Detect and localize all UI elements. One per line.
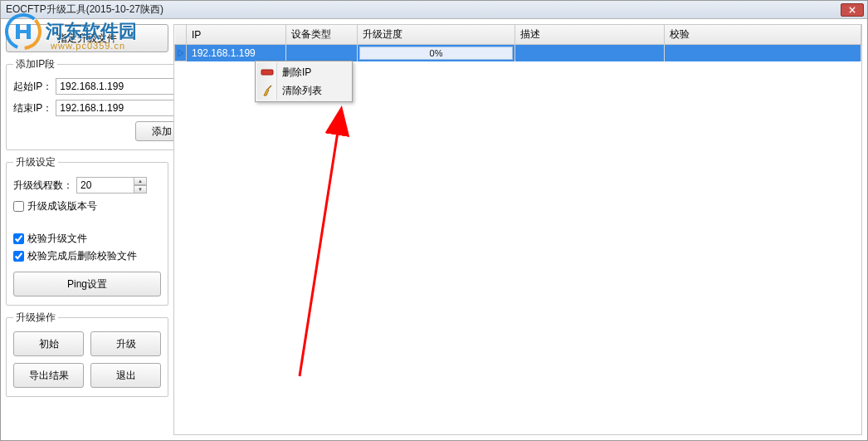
version-checkbox-label: 升级成该版本号 bbox=[27, 199, 97, 213]
add-ip-segment-legend: 添加IP段 bbox=[13, 57, 57, 71]
ip-grid[interactable]: IP 设备类型 升级进度 描述 校验 192.168.1.199 bbox=[174, 25, 861, 61]
init-button[interactable]: 初始 bbox=[13, 331, 84, 356]
col-desc[interactable]: 描述 bbox=[515, 25, 665, 45]
cell-desc[interactable] bbox=[515, 45, 665, 61]
col-progress[interactable]: 升级进度 bbox=[358, 25, 515, 45]
svg-rect-0 bbox=[261, 70, 273, 75]
window-title: EOCFTP升级工具(2015-10-27陕西) bbox=[4, 2, 163, 17]
grid-corner bbox=[175, 25, 187, 45]
upgrade-settings-group: 升级设定 升级线程数： ▲ ▼ 升级成该版本号 bbox=[6, 155, 168, 306]
app-window: EOCFTP升级工具(2015-10-27陕西) 指定升级文件 添加IP段 起始… bbox=[0, 0, 868, 441]
titlebar[interactable]: EOCFTP升级工具(2015-10-27陕西) bbox=[1, 1, 867, 19]
cell-type[interactable] bbox=[286, 45, 358, 61]
cell-progress[interactable]: 0% bbox=[358, 45, 515, 61]
col-verify[interactable]: 校验 bbox=[665, 25, 861, 45]
threads-input[interactable] bbox=[76, 177, 134, 194]
version-checkbox[interactable] bbox=[13, 201, 24, 212]
upgrade-settings-legend: 升级设定 bbox=[13, 155, 58, 169]
broom-icon bbox=[261, 84, 274, 97]
upgrade-ops-legend: 升级操作 bbox=[13, 311, 58, 325]
end-ip-label: 结束IP： bbox=[13, 101, 52, 115]
delete-icon bbox=[261, 66, 274, 79]
threads-label: 升级线程数： bbox=[13, 179, 73, 193]
delete-verify-checkbox-label: 校验完成后删除校验文件 bbox=[27, 249, 137, 263]
threads-spinner[interactable]: ▲ ▼ bbox=[76, 176, 147, 194]
close-button[interactable] bbox=[841, 3, 864, 17]
menu-delete-ip-label: 删除IP bbox=[282, 66, 311, 80]
grid-header-row: IP 设备类型 升级进度 描述 校验 bbox=[175, 25, 861, 45]
table-row[interactable]: 192.168.1.199 0% bbox=[175, 45, 861, 61]
start-ip-input[interactable] bbox=[56, 78, 188, 95]
verify-checkbox[interactable] bbox=[13, 233, 24, 244]
row-indicator bbox=[175, 45, 187, 61]
end-ip-input[interactable] bbox=[56, 100, 188, 116]
exit-button[interactable]: 退出 bbox=[90, 363, 161, 388]
upgrade-button[interactable]: 升级 bbox=[90, 331, 161, 356]
context-menu[interactable]: 删除IP 清除列表 bbox=[255, 61, 353, 102]
menu-delete-ip[interactable]: 删除IP bbox=[257, 63, 350, 81]
cell-verify[interactable] bbox=[665, 45, 861, 61]
ping-settings-button[interactable]: Ping设置 bbox=[13, 272, 161, 296]
sidebar: 指定升级文件 添加IP段 起始IP： 结束IP： 添加 升级设定 升级线 bbox=[6, 24, 168, 435]
cell-ip[interactable]: 192.168.1.199 bbox=[187, 45, 286, 61]
threads-up-button[interactable]: ▲ bbox=[134, 177, 147, 185]
progress-bar: 0% bbox=[359, 47, 513, 60]
threads-down-button[interactable]: ▼ bbox=[134, 185, 147, 194]
col-type[interactable]: 设备类型 bbox=[286, 25, 358, 45]
menu-clear-list-label: 清除列表 bbox=[282, 84, 322, 98]
col-ip[interactable]: IP bbox=[187, 25, 286, 45]
export-result-button[interactable]: 导出结果 bbox=[13, 363, 84, 388]
row-indicator-icon bbox=[178, 50, 184, 56]
specify-upgrade-file-button[interactable]: 指定升级文件 bbox=[6, 24, 168, 52]
add-ip-segment-group: 添加IP段 起始IP： 结束IP： 添加 bbox=[6, 57, 196, 150]
start-ip-label: 起始IP： bbox=[13, 80, 52, 94]
progress-value: 0% bbox=[430, 48, 443, 58]
upgrade-ops-group: 升级操作 初始 升级 导出结果 退出 bbox=[6, 311, 168, 397]
menu-clear-list[interactable]: 清除列表 bbox=[257, 81, 350, 100]
verify-checkbox-label: 校验升级文件 bbox=[27, 232, 87, 246]
delete-verify-checkbox[interactable] bbox=[13, 251, 24, 262]
close-icon bbox=[849, 7, 856, 13]
